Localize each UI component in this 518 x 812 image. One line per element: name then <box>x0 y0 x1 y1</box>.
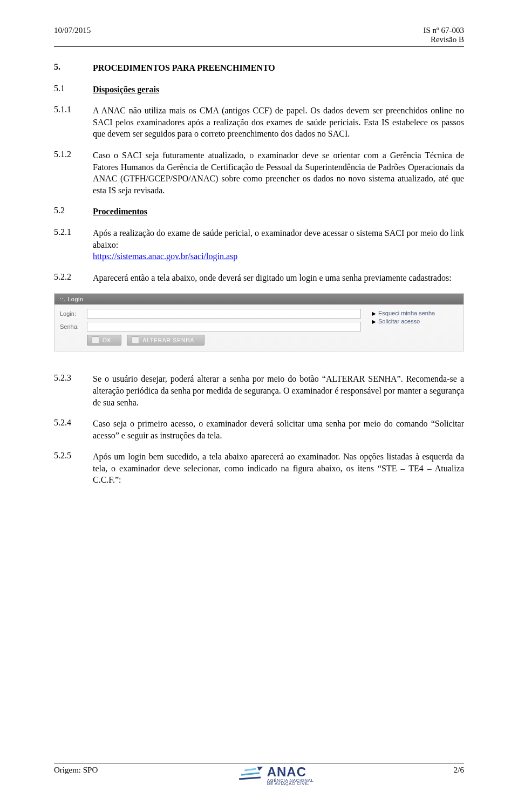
footer-origin: Origem: SPO <box>54 766 98 775</box>
request-access-label: Solicitar acesso <box>378 318 420 324</box>
section-number: 5.2.1 <box>54 227 93 237</box>
header-divider <box>54 46 464 47</box>
section-5-1: 5.1 Disposições gerais <box>54 84 464 96</box>
header-doc-id: IS nº 67-003 <box>424 26 464 35</box>
section-number: 5.1.1 <box>54 105 93 114</box>
body-text: Após a realização do exame de saúde peri… <box>93 228 464 249</box>
arrow-icon: ▶ <box>372 310 376 316</box>
section-body: Após um login bem sucedido, a tela abaix… <box>93 451 464 486</box>
logo-name: ANAC <box>267 764 314 780</box>
section-number: 5.1 <box>54 84 93 93</box>
section-number: 5.2 <box>54 206 93 215</box>
login-buttons: OK Alterar Senha <box>87 335 361 346</box>
footer-page: 2/6 <box>454 766 464 775</box>
login-panel-title: ::. Login <box>54 294 464 304</box>
senha-label: Senha: <box>60 323 87 330</box>
section-number: 5. <box>54 62 93 72</box>
footer-row: Origem: SPO ANAC AGÊNCIA NACIONAL DE AVI… <box>54 766 464 786</box>
section-5-2-2: 5.2.2 Aparecerá então a tela abaixo, ond… <box>54 272 464 284</box>
anac-logo: ANAC AGÊNCIA NACIONAL DE AVIAÇÃO CIVIL <box>238 764 314 786</box>
login-side-links: ▶ Esqueci minha senha ▶ Solicitar acesso <box>372 309 458 346</box>
login-fields: Login: Senha: OK Alterar Senha <box>60 309 361 346</box>
section-title: PROCEDIMENTOS PARA PREENCHIMENTO <box>93 62 464 74</box>
section-5-2: 5.2 Procedimentos <box>54 206 464 218</box>
footer-divider <box>54 763 464 763</box>
anac-logo-text: ANAC AGÊNCIA NACIONAL DE AVIAÇÃO CIVIL <box>267 764 314 786</box>
senha-row: Senha: <box>60 322 361 331</box>
section-5-2-5: 5.2.5 Após um login bem sucedido, a tela… <box>54 451 464 486</box>
section-body: Após a realização do exame de saúde peri… <box>93 227 464 262</box>
alterar-senha-button[interactable]: Alterar Senha <box>127 335 205 346</box>
section-5-1-2: 5.1.2 Caso o SACI seja futuramente atual… <box>54 150 464 196</box>
subsection-title: Procedimentos <box>93 206 464 218</box>
saci-login-link[interactable]: https://sistemas.anac.gov.br/saci/login.… <box>93 252 237 261</box>
arrow-icon: ▶ <box>372 319 376 324</box>
login-label: Login: <box>60 310 87 317</box>
section-5-2-4: 5.2.4 Caso seja o primeiro acesso, o exa… <box>54 418 464 441</box>
section-body: Aparecerá então a tela abaixo, onde deve… <box>93 272 464 284</box>
header-right: IS nº 67-003 Revisão B <box>424 26 464 44</box>
section-body: Caso seja o primeiro acesso, o examinado… <box>93 418 464 441</box>
login-panel-body: Login: Senha: OK Alterar Senha ▶ <box>54 304 464 351</box>
section-body: A ANAC não utiliza mais os CMA (antigos … <box>93 105 464 140</box>
section-5-2-3: 5.2.3 Se o usuário desejar, poderá alter… <box>54 373 464 408</box>
ok-icon <box>92 336 99 344</box>
ok-button[interactable]: OK <box>87 335 121 346</box>
alterar-button-label: Alterar Senha <box>142 337 194 343</box>
section-5: 5. PROCEDIMENTOS PARA PREENCHIMENTO <box>54 62 464 74</box>
section-5-2-1: 5.2.1 Após a realização do exame de saúd… <box>54 227 464 262</box>
request-access-link[interactable]: ▶ Solicitar acesso <box>372 318 458 324</box>
section-number: 5.2.4 <box>54 418 93 428</box>
senha-input[interactable] <box>87 322 361 331</box>
section-number: 5.2.5 <box>54 451 93 461</box>
section-number: 5.1.2 <box>54 150 93 159</box>
login-input[interactable] <box>87 309 361 319</box>
section-number: 5.2.3 <box>54 373 93 383</box>
alterar-icon <box>132 336 139 344</box>
section-number: 5.2.2 <box>54 272 93 282</box>
forgot-password-link[interactable]: ▶ Esqueci minha senha <box>372 310 458 316</box>
header-revision: Revisão B <box>424 35 464 44</box>
section-body: Caso o SACI seja futuramente atualizado,… <box>93 150 464 196</box>
header-date: 10/07/2015 <box>54 26 91 35</box>
subsection-title: Disposições gerais <box>93 84 464 96</box>
logo-sub2: DE AVIAÇÃO CIVIL <box>267 782 314 786</box>
login-row: Login: <box>60 309 361 319</box>
page-header: 10/07/2015 IS nº 67-003 Revisão B <box>54 26 464 44</box>
login-panel: ::. Login Login: Senha: OK Alterar Senha <box>54 293 464 351</box>
forgot-password-label: Esqueci minha senha <box>378 310 435 316</box>
anac-logo-icon <box>238 768 262 783</box>
page-footer: Origem: SPO ANAC AGÊNCIA NACIONAL DE AVI… <box>54 763 464 786</box>
section-body: Se o usuário desejar, poderá alterar a s… <box>93 373 464 408</box>
ok-button-label: OK <box>103 337 111 343</box>
section-5-1-1: 5.1.1 A ANAC não utiliza mais os CMA (an… <box>54 105 464 140</box>
